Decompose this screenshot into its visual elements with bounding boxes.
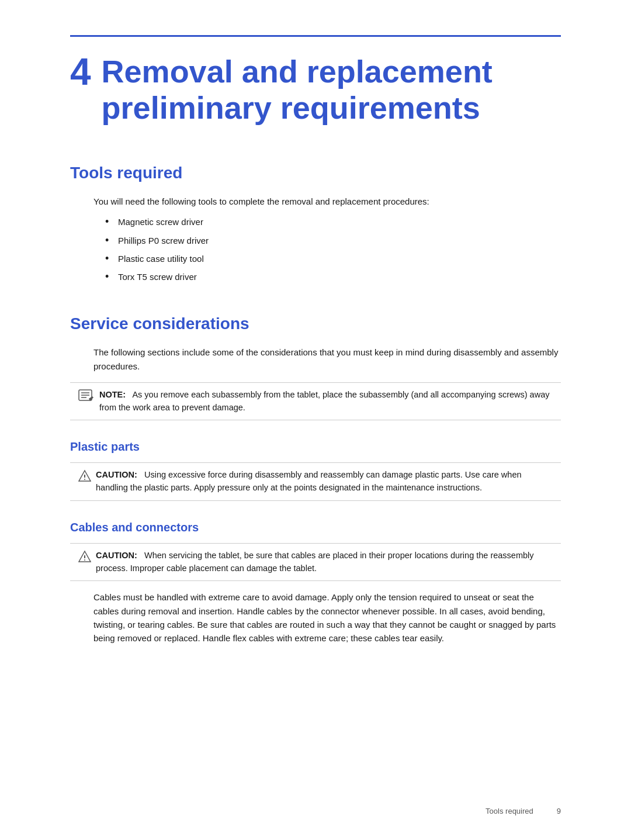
cables-body: Cables must be handled with extreme care… <box>93 590 561 645</box>
top-rule <box>70 35 561 37</box>
plastic-caution-content: CAUTION: Using excessive force during di… <box>96 469 553 495</box>
chapter-title-line2: preliminary requirements <box>102 90 480 125</box>
note-content: NOTE: As you remove each subassembly fro… <box>99 389 553 414</box>
service-considerations-heading: Service considerations <box>70 312 561 336</box>
plastic-caution-label: CAUTION: <box>96 470 137 479</box>
tools-intro: You will need the following tools to com… <box>93 195 561 208</box>
footer-page: 9 <box>557 806 561 817</box>
list-item: Phillips P0 screw driver <box>105 234 561 247</box>
service-intro: The following sections include some of t… <box>93 345 561 373</box>
plastic-caution-box: CAUTION: Using excessive force during di… <box>70 462 561 501</box>
tools-required-heading: Tools required <box>70 161 561 185</box>
chapter-title-block: 4 Removal and replacement preliminary re… <box>70 53 561 126</box>
footer: Tools required 9 <box>70 806 561 817</box>
svg-point-9 <box>84 559 85 561</box>
plastic-caution-text: Using excessive force during disassembly… <box>96 470 522 492</box>
svg-point-6 <box>84 479 85 480</box>
plastic-parts-heading: Plastic parts <box>70 438 561 455</box>
list-item: Magnetic screw driver <box>105 215 561 229</box>
footer-section: Tools required <box>486 806 533 817</box>
chapter-number: 4 <box>70 53 91 91</box>
chapter-title: Removal and replacement preliminary requ… <box>102 53 493 126</box>
list-item: Torx T5 screw driver <box>105 270 561 284</box>
chapter-header: 4 Removal and replacement preliminary re… <box>70 53 561 126</box>
page: 4 Removal and replacement preliminary re… <box>0 0 631 840</box>
list-item: Plastic case utility tool <box>105 252 561 265</box>
cables-caution-box: CAUTION: When servicing the tablet, be s… <box>70 543 561 582</box>
note-icon <box>78 389 95 403</box>
caution-icon <box>78 469 91 482</box>
cables-caution-content: CAUTION: When servicing the tablet, be s… <box>96 549 553 575</box>
cables-connectors-heading: Cables and connectors <box>70 518 561 536</box>
cables-caution-text: When servicing the tablet, be sure that … <box>96 551 534 573</box>
note-label: NOTE: <box>99 390 126 399</box>
cables-caution-label: CAUTION: <box>96 551 137 560</box>
note-text: As you remove each subassembly from the … <box>99 390 549 412</box>
tools-list: Magnetic screw driver Phillips P0 screw … <box>105 215 561 284</box>
chapter-title-line1: Removal and replacement <box>102 54 493 89</box>
caution-icon-2 <box>78 550 91 563</box>
note-box: NOTE: As you remove each subassembly fro… <box>70 382 561 421</box>
